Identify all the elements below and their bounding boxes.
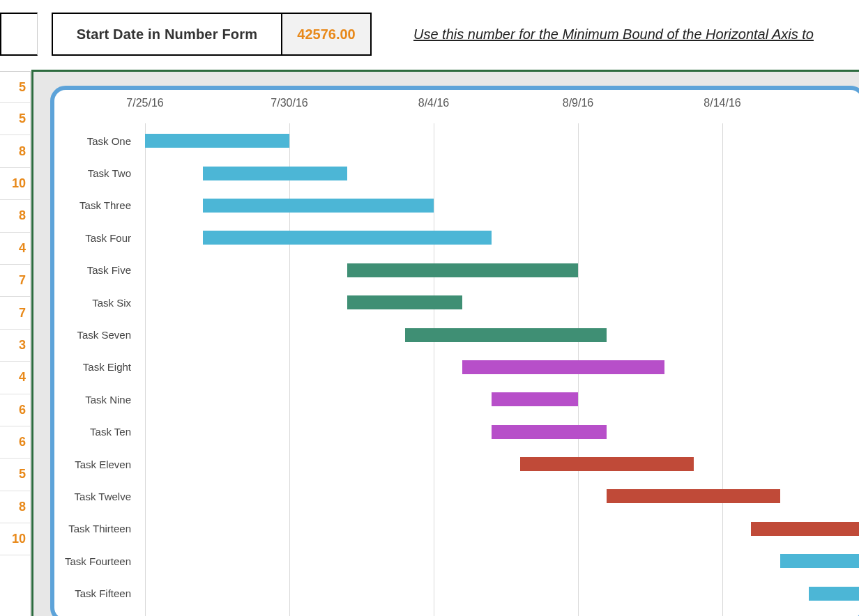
task-bar[interactable] [607,489,780,503]
task-bar[interactable] [203,231,492,245]
task-row: Task Five [145,254,859,286]
duration-cell[interactable]: 10 [0,168,30,200]
task-label: Task Fourteen [54,555,138,567]
x-axis: 7/25/167/30/168/4/168/9/168/14/16 [145,90,859,118]
task-label: Task Eleven [54,459,138,470]
start-date-label: Start Date in Number Form [77,26,257,43]
chart-container[interactable]: 7/25/167/30/168/4/168/9/168/14/16 Task O… [50,86,859,616]
x-axis-tick: 7/25/16 [126,97,163,109]
task-label: Task Eight [54,361,138,373]
task-bar[interactable] [520,457,693,471]
task-label: Task Five [54,264,138,276]
task-bar[interactable] [780,554,859,568]
plot-area: Task OneTask TwoTask ThreeTask FourTask … [145,125,859,616]
duration-cell[interactable]: 5 [0,72,30,103]
task-label: Task Thirteen [54,523,138,534]
x-axis-tick: 8/14/16 [704,97,740,109]
duration-cell[interactable]: 4 [0,362,30,394]
x-axis-tick: 8/9/16 [563,97,593,109]
task-row: Task One [145,125,859,157]
task-label: Task Nine [54,394,138,406]
duration-cell[interactable]: 8 [0,491,30,523]
task-row: Task Six [145,286,859,318]
task-bar[interactable] [751,522,859,536]
duration-cell[interactable]: 5 [0,103,30,135]
start-date-value: 42576.00 [297,26,355,43]
task-bar[interactable] [203,199,434,213]
duration-cell[interactable]: 10 [0,523,30,555]
duration-cell[interactable]: 8 [0,135,30,167]
task-label: Task Fifteen [54,587,138,599]
task-row: Task Four [145,222,859,254]
task-row: Task Nine [145,383,859,415]
chart-selection-frame: 7/25/167/30/168/4/168/9/168/14/16 Task O… [31,70,859,616]
task-row: Task Eleven [145,448,859,480]
duration-cell[interactable]: 7 [0,297,30,329]
duration-cell[interactable]: 5 [0,459,30,491]
task-label: Task Twelve [54,491,138,502]
axis-hint-text: Use this number for the Minimum Bound of… [372,13,859,56]
task-row: Task Seven [145,318,859,351]
task-row: Task Ten [145,416,859,448]
duration-cell[interactable]: 4 [0,233,30,265]
task-label: Task Two [54,167,138,179]
duration-cell[interactable]: 7 [0,265,30,297]
task-bar[interactable] [145,134,289,148]
task-bar[interactable] [347,295,463,309]
task-row: Task Fourteen [145,545,859,577]
duration-cell[interactable]: 3 [0,330,30,362]
duration-cell[interactable]: 6 [0,426,30,459]
task-bar[interactable] [462,360,664,374]
task-row: Task Fifteen [145,577,859,609]
start-date-label-cell: Start Date in Number Form [52,13,281,56]
task-label: Task Ten [54,426,138,438]
duration-column: 55810847734665810 [0,71,31,616]
task-row: Task Twelve [145,480,859,512]
task-label: Task One [54,135,138,147]
task-label: Task Seven [54,329,138,341]
task-row: Task Two [145,157,859,189]
task-bar[interactable] [405,328,607,342]
task-label: Task Three [54,199,138,211]
header-row: Start Date in Number Form 42576.00 Use t… [0,13,859,56]
duration-cell[interactable]: 8 [0,200,30,232]
task-bar[interactable] [492,425,607,439]
task-label: Task Six [54,297,138,309]
task-bar[interactable] [809,587,859,601]
task-bar[interactable] [347,263,578,277]
task-bar[interactable] [492,392,578,406]
task-label: Task Four [54,232,138,244]
x-axis-tick: 8/4/16 [418,97,449,109]
duration-cell[interactable]: 6 [0,394,30,426]
empty-header-cell [0,13,38,56]
task-row: Task Three [145,190,859,222]
task-row: Task Thirteen [145,513,859,545]
task-bar[interactable] [203,167,347,180]
x-axis-tick: 7/30/16 [271,97,307,109]
start-date-value-cell[interactable]: 42576.00 [281,13,372,56]
gantt-chart: 7/25/167/30/168/4/168/9/168/14/16 Task O… [54,90,859,616]
task-row: Task Eight [145,351,859,383]
